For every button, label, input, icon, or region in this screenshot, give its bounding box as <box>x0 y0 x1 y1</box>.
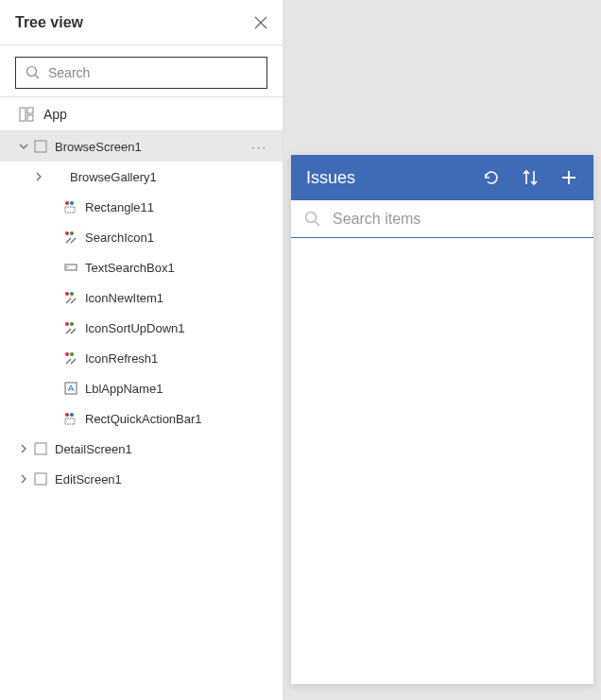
search-icon <box>304 211 321 228</box>
chevron-down-icon <box>19 142 28 151</box>
node-label: DetailScreen1 <box>55 442 132 456</box>
control-node-searchicon[interactable]: SearchIcon1 <box>0 222 283 252</box>
screen-node-detail[interactable]: DetailScreen1 <box>0 434 283 464</box>
svg-rect-21 <box>65 383 77 394</box>
control-node-refresh[interactable]: IconRefresh1 <box>0 343 283 373</box>
chevron-right-icon <box>19 474 28 484</box>
group-icon <box>64 291 77 304</box>
svg-point-13 <box>70 231 74 235</box>
control-node-gallery[interactable]: BrowseGallery1 <box>0 162 283 192</box>
gallery-area <box>291 238 593 684</box>
chevron-right-icon <box>19 444 28 453</box>
plus-icon[interactable] <box>559 168 578 187</box>
app-label: App <box>43 107 67 122</box>
phone-preview: Issues <box>291 155 593 684</box>
node-label: IconRefresh1 <box>85 351 158 366</box>
tree-view-panel: Tree view App BrowseScreen1 ··· BrowseGa… <box>0 0 283 700</box>
chevron-right-icon <box>34 172 43 181</box>
svg-rect-3 <box>27 115 33 121</box>
close-icon[interactable] <box>254 16 267 29</box>
svg-rect-4 <box>35 141 46 152</box>
svg-rect-24 <box>65 418 75 424</box>
screen-icon <box>34 472 47 486</box>
svg-point-18 <box>70 322 74 326</box>
label-icon <box>64 382 77 395</box>
control-node-sort[interactable]: IconSortUpDown1 <box>0 313 283 343</box>
app-icon <box>19 107 34 122</box>
search-icon <box>26 65 41 80</box>
svg-point-23 <box>70 413 74 417</box>
panel-title: Tree view <box>15 14 83 31</box>
search-box[interactable] <box>15 57 267 89</box>
svg-point-27 <box>306 212 317 222</box>
node-label: EditScreen1 <box>55 472 122 487</box>
action-bar <box>482 168 578 187</box>
node-label: IconNewItem1 <box>85 291 163 305</box>
node-label: IconSortUpDown1 <box>85 321 185 335</box>
svg-point-19 <box>65 352 69 356</box>
group-icon <box>64 200 77 213</box>
svg-rect-25 <box>35 443 46 454</box>
svg-point-17 <box>65 322 69 326</box>
gallery-icon <box>49 170 62 183</box>
control-node-rectangle[interactable]: Rectangle11 <box>0 192 283 222</box>
sort-icon[interactable] <box>522 168 539 187</box>
group-icon <box>64 351 77 365</box>
svg-point-9 <box>65 201 69 205</box>
svg-point-20 <box>70 352 74 356</box>
node-label: LblAppName1 <box>85 382 163 396</box>
group-icon <box>64 321 77 334</box>
node-label: Rectangle11 <box>85 200 154 214</box>
app-header: Issues <box>291 155 593 200</box>
svg-rect-6 <box>57 171 61 176</box>
textbox-icon <box>64 261 77 274</box>
svg-rect-1 <box>20 108 26 121</box>
screen-icon <box>34 442 47 455</box>
group-icon <box>64 230 77 244</box>
refresh-icon[interactable] <box>482 168 501 187</box>
svg-rect-7 <box>50 178 55 182</box>
node-label: SearchIcon1 <box>85 230 154 245</box>
svg-rect-11 <box>65 207 75 213</box>
screen-node-browse[interactable]: BrowseScreen1 ··· <box>0 131 283 162</box>
svg-rect-8 <box>57 178 61 182</box>
svg-rect-26 <box>35 473 46 485</box>
search-container <box>0 45 283 97</box>
group-icon <box>64 412 77 425</box>
svg-point-10 <box>70 201 74 205</box>
search-input[interactable] <box>48 65 257 80</box>
node-label: BrowseScreen1 <box>55 140 142 154</box>
panel-header: Tree view <box>0 0 283 45</box>
screen-node-edit[interactable]: EditScreen1 <box>0 464 283 494</box>
node-label: BrowseGallery1 <box>70 170 157 184</box>
svg-point-12 <box>65 231 69 235</box>
svg-rect-5 <box>50 171 55 176</box>
control-node-textbox[interactable]: TextSearchBox1 <box>0 252 283 282</box>
app-node[interactable]: App <box>0 97 283 131</box>
control-node-newitem[interactable]: IconNewItem1 <box>0 282 283 313</box>
node-label: RectQuickActionBar1 <box>85 412 202 426</box>
svg-point-22 <box>65 413 69 417</box>
design-canvas: Issues <box>283 0 601 700</box>
tree-container: BrowseScreen1 ··· BrowseGallery1 Rectang… <box>0 131 283 700</box>
svg-point-0 <box>27 67 37 77</box>
control-node-rectqa[interactable]: RectQuickActionBar1 <box>0 403 283 434</box>
svg-point-16 <box>70 292 74 296</box>
svg-rect-2 <box>27 108 33 113</box>
node-label: TextSearchBox1 <box>85 261 175 275</box>
more-icon[interactable]: ··· <box>251 140 267 154</box>
screen-icon <box>34 140 47 153</box>
search-bar[interactable] <box>291 200 593 238</box>
search-items-input[interactable] <box>333 211 580 228</box>
app-title: Issues <box>306 168 482 188</box>
control-node-label[interactable]: LblAppName1 <box>0 373 283 403</box>
svg-point-15 <box>65 292 69 296</box>
